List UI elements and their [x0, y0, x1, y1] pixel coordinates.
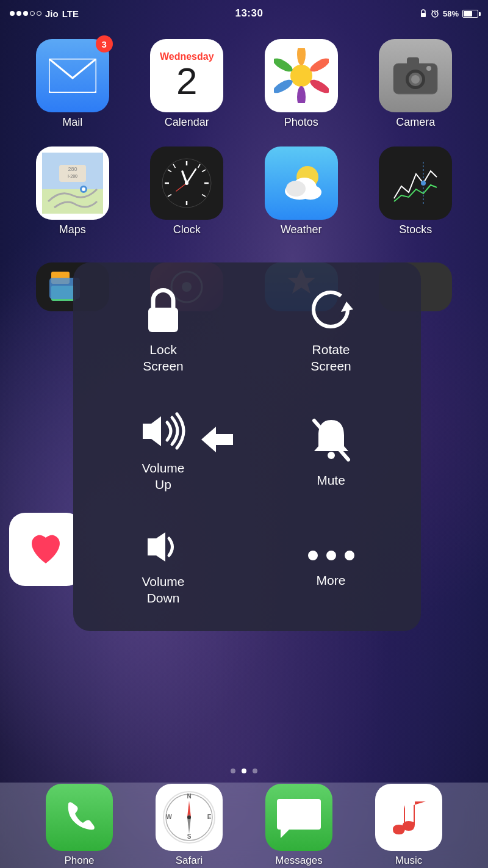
- svg-marker-64: [148, 532, 165, 562]
- svg-point-9: [297, 48, 306, 65]
- mail-badge: 3: [96, 35, 113, 52]
- messages-dock-icon: [265, 784, 332, 851]
- svg-text:E: E: [207, 814, 212, 820]
- app-camera[interactable]: Camera: [362, 39, 470, 129]
- signal-indicator: [10, 11, 41, 16]
- dock-phone[interactable]: Phone: [46, 784, 113, 867]
- weather-svg: [274, 156, 329, 211]
- mail-icon: 3: [36, 39, 109, 112]
- app-calendar[interactable]: Wednesday 2 Calendar: [133, 39, 242, 129]
- lock-icon: [420, 9, 427, 18]
- signal-dot-2: [16, 11, 21, 16]
- status-bar: Jio LTE 13:30 58%: [0, 0, 488, 27]
- network-label: LTE: [62, 9, 79, 19]
- photos-icon: [265, 39, 338, 112]
- app-stocks[interactable]: Stocks: [362, 146, 470, 236]
- svg-rect-58: [148, 308, 178, 332]
- svg-rect-20: [407, 57, 419, 66]
- carrier-label: Jio: [45, 9, 59, 19]
- signal-dot-4: [30, 11, 35, 16]
- svg-point-62: [328, 452, 335, 459]
- app-health-partial: [18, 513, 73, 586]
- status-right: 58%: [420, 9, 478, 18]
- calendar-content: Wednesday 2: [150, 39, 223, 112]
- svg-rect-0: [421, 13, 426, 17]
- safari-dock-icon: N S E W: [156, 784, 223, 851]
- page-dot-1: [231, 769, 235, 773]
- safari-svg: N S E W: [162, 790, 217, 845]
- app-mail[interactable]: 3 Mail: [18, 39, 127, 129]
- rotate-screen-button[interactable]: RotateScreen: [247, 269, 415, 393]
- camera-icon: [379, 39, 452, 112]
- dock-safari[interactable]: N S E W Safari: [156, 784, 223, 867]
- clock-label: Clock: [173, 223, 201, 236]
- app-maps[interactable]: 280 I-280 Maps: [18, 146, 127, 236]
- mail-label: Mail: [62, 116, 82, 129]
- mute-button[interactable]: Mute: [247, 393, 415, 512]
- svg-point-65: [308, 551, 318, 560]
- svg-point-45: [185, 181, 188, 185]
- phone-svg: [60, 798, 99, 837]
- app-partial-row4: [0, 513, 73, 586]
- stocks-icon: [379, 146, 452, 220]
- dock-music[interactable]: Music: [375, 784, 442, 867]
- svg-line-3: [435, 14, 436, 15]
- battery-percent: 58%: [443, 9, 459, 18]
- weather-icon: [265, 146, 338, 220]
- svg-marker-60: [341, 302, 353, 312]
- more-icon: [307, 548, 356, 563]
- music-dock-label: Music: [395, 855, 422, 867]
- calendar-label: Calendar: [165, 116, 209, 129]
- back-arrow-overlay[interactable]: [187, 415, 248, 464]
- weather-label: Weather: [281, 223, 322, 236]
- maps-label: Maps: [59, 223, 86, 236]
- volume-down-icon: [143, 529, 184, 565]
- battery-fill: [464, 11, 472, 16]
- svg-point-29: [82, 187, 85, 191]
- svg-marker-61: [143, 416, 161, 446]
- signal-dot-1: [10, 11, 15, 16]
- volume-up-icon: [137, 411, 190, 451]
- app-grid-row1: 3 Mail Wednesday 2 Calendar: [0, 27, 488, 129]
- svg-text:N: N: [187, 793, 191, 800]
- svg-point-67: [345, 551, 354, 560]
- svg-text:280: 280: [68, 166, 77, 172]
- clock-svg: [159, 156, 214, 211]
- volume-down-button[interactable]: VolumeDown: [79, 511, 247, 625]
- rotate-screen-icon: [308, 287, 354, 333]
- clock-icon: [150, 146, 223, 220]
- more-button[interactable]: More: [247, 511, 415, 625]
- lock-screen-button[interactable]: LockScreen: [79, 269, 247, 393]
- app-photos[interactable]: Photos: [247, 39, 356, 129]
- signal-dot-5: [37, 11, 41, 16]
- svg-marker-68: [201, 427, 233, 452]
- camera-svg: [391, 55, 440, 96]
- messages-svg: [277, 797, 321, 838]
- svg-line-5: [437, 10, 438, 12]
- battery-indicator: [462, 10, 478, 18]
- svg-point-50: [286, 181, 306, 197]
- photos-label: Photos: [284, 116, 318, 129]
- status-left: Jio LTE: [10, 9, 79, 19]
- svg-text:I-280: I-280: [68, 174, 77, 178]
- maps-svg: 280 I-280: [42, 153, 103, 214]
- music-dock-icon: [375, 784, 442, 851]
- phone-dock-icon: [46, 784, 113, 851]
- safari-dock-label: Safari: [176, 855, 203, 867]
- maps-icon: 280 I-280: [36, 146, 109, 220]
- dock-messages[interactable]: Messages: [265, 784, 332, 867]
- svg-point-19: [411, 75, 420, 84]
- signal-dot-3: [23, 11, 28, 16]
- status-time: 13:30: [235, 7, 263, 20]
- svg-line-4: [432, 10, 433, 12]
- lock-screen-icon: [143, 287, 183, 333]
- svg-point-8: [290, 65, 312, 87]
- mute-icon: [310, 416, 352, 463]
- app-weather[interactable]: Weather: [247, 146, 356, 236]
- music-svg: [384, 793, 433, 842]
- svg-point-66: [326, 551, 336, 560]
- mail-svg: [49, 59, 96, 93]
- app-clock[interactable]: Clock: [133, 146, 242, 236]
- page-dot-3: [253, 769, 257, 773]
- dock: Phone N S E W Safari: [0, 783, 488, 868]
